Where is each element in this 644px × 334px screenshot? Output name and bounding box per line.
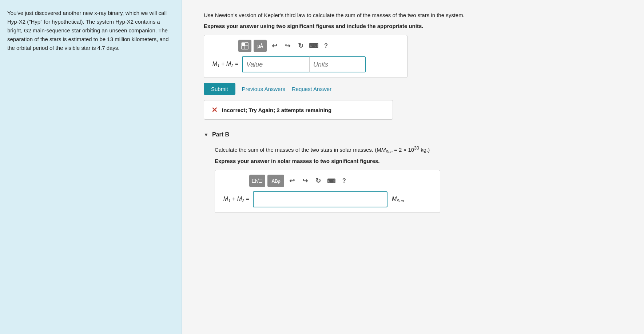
svg-rect-0	[242, 43, 245, 46]
svg-rect-2	[242, 46, 245, 49]
part-a-question: Use Newton's version of Kepler's third l…	[204, 11, 629, 19]
units-input[interactable]	[309, 56, 366, 72]
part-a-section: Use Newton's version of Kepler's third l…	[204, 11, 629, 120]
redo-icon: ↪	[285, 42, 290, 50]
part-b-instruction: Express your answer in solar masses to t…	[215, 158, 629, 164]
help-btn-b[interactable]: ?	[339, 175, 350, 186]
keyboard-icon-b: ⌨	[327, 178, 335, 184]
part-b-input-row: M1 + M2 = MSun	[220, 191, 435, 207]
submit-row: Submit Previous Answers Request Answer	[204, 83, 629, 95]
part-a-instruction: Express your answer using two significan…	[204, 23, 629, 29]
svg-rect-3	[245, 46, 248, 49]
template-btn[interactable]	[238, 40, 251, 52]
refresh-icon-b: ↻	[315, 177, 321, 185]
template-btn-b[interactable]: √	[249, 175, 265, 187]
part-b-label: Part B	[212, 131, 229, 138]
mu-label: μÅ	[257, 43, 263, 49]
mu-btn[interactable]: μÅ	[254, 40, 267, 52]
help-icon: ?	[324, 42, 328, 49]
keyboard-btn[interactable]: ⌨	[308, 40, 319, 51]
submit-button[interactable]: Submit	[204, 83, 235, 95]
undo-btn[interactable]: ↩	[269, 40, 280, 51]
keyboard-icon: ⌨	[309, 42, 318, 50]
undo-icon: ↩	[272, 42, 277, 50]
part-a-input-row: M1 + M2 =	[209, 56, 402, 72]
alpha-label: ΑΣφ	[271, 178, 280, 184]
request-answer-link[interactable]: Request Answer	[292, 86, 331, 92]
help-btn[interactable]: ?	[321, 41, 331, 51]
page-layout: You've just discovered another new x-ray…	[0, 0, 644, 334]
previous-answers-link[interactable]: Previous Answers	[242, 86, 285, 92]
equation-label-b: M1 + M2 =	[220, 196, 249, 203]
incorrect-icon: ✕	[211, 106, 218, 114]
svg-rect-1	[245, 43, 248, 46]
part-b-toolbar: √ ΑΣφ ↩ ↪	[220, 175, 435, 187]
right-panel: Use Newton's version of Kepler's third l…	[182, 0, 644, 334]
equation-label-a: M1 + M2 =	[209, 61, 238, 68]
part-a-toolbar: μÅ ↩ ↪ ↻ ⌨ ?	[209, 40, 402, 52]
part-a-answer-box: μÅ ↩ ↪ ↻ ⌨ ?	[204, 35, 408, 78]
redo-icon-b: ↪	[302, 177, 308, 185]
help-icon-b: ?	[342, 178, 346, 184]
part-b-content: Calculate the sum of the masses of the t…	[204, 144, 629, 213]
msun-label: MSun	[392, 196, 404, 203]
feedback-text: Incorrect; Try Again; 2 attempts remaini…	[222, 107, 331, 113]
chevron-down-icon: ▼	[204, 132, 208, 138]
undo-icon-b: ↩	[289, 177, 295, 185]
alpha-btn-b[interactable]: ΑΣφ	[267, 175, 284, 187]
value-input-b[interactable]	[253, 191, 387, 207]
undo-btn-b[interactable]: ↩	[286, 175, 297, 186]
feedback-box: ✕ Incorrect; Try Again; 2 attempts remai…	[204, 100, 393, 120]
refresh-icon: ↻	[298, 42, 303, 50]
scenario-text: You've just discovered another new x-ray…	[7, 9, 174, 52]
refresh-btn[interactable]: ↻	[295, 40, 306, 51]
part-b-answer-box: √ ΑΣφ ↩ ↪	[215, 170, 440, 213]
refresh-btn-b[interactable]: ↻	[313, 175, 323, 186]
keyboard-btn-b[interactable]: ⌨	[326, 175, 337, 186]
redo-btn-b[interactable]: ↪	[299, 175, 310, 186]
part-b-header[interactable]: ▼ Part B	[204, 131, 629, 138]
left-panel: You've just discovered another new x-ray…	[0, 0, 182, 334]
value-input[interactable]	[242, 56, 309, 72]
redo-btn[interactable]: ↪	[282, 40, 293, 51]
part-b-question: Calculate the sum of the masses of the t…	[215, 144, 629, 155]
part-b-section: ▼ Part B Calculate the sum of the masses…	[204, 131, 629, 213]
